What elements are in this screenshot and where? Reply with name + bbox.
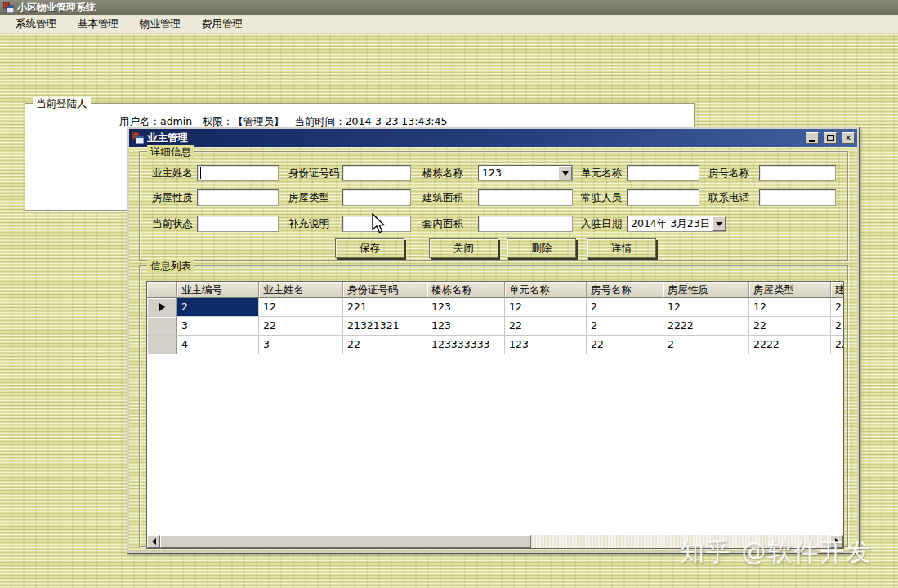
maximize-button[interactable] xyxy=(824,132,837,144)
grid-cell[interactable]: 3 xyxy=(259,336,343,354)
mouse-cursor-icon xyxy=(372,213,387,235)
dialog-form-icon xyxy=(132,132,144,144)
grid-cell[interactable]: 221 xyxy=(343,298,427,317)
building-name-label: 楼栋名称 xyxy=(422,165,463,181)
col-id-number[interactable]: 身份证号码 xyxy=(343,282,427,298)
resident-label: 常驻人员 xyxy=(581,189,622,206)
scrollbar-thumb[interactable] xyxy=(160,535,531,548)
menu-basic[interactable]: 基本管理 xyxy=(67,15,129,33)
grid-cell[interactable]: 2 xyxy=(663,336,749,354)
resident-input[interactable] xyxy=(627,189,699,206)
dialog-title: 业主管理 xyxy=(147,131,801,145)
grid-cell[interactable]: 2 xyxy=(587,298,663,317)
grid-cell[interactable]: 12 xyxy=(749,298,831,317)
grid-cell[interactable]: 2 xyxy=(831,298,844,317)
grid-cell[interactable]: 22 xyxy=(749,317,831,336)
move-in-date-label: 入驻日期 xyxy=(581,216,622,232)
grid-cell[interactable]: 123333333 xyxy=(427,336,505,354)
grid-cell[interactable]: 2 xyxy=(587,317,663,336)
unit-name-input[interactable] xyxy=(627,165,699,181)
row-selector[interactable] xyxy=(147,298,177,317)
grid-cell[interactable]: 22 xyxy=(587,336,663,354)
grid-cell[interactable]: 12 xyxy=(663,298,749,317)
close-form-button[interactable]: 关闭 xyxy=(429,238,498,258)
room-number-input[interactable] xyxy=(759,165,836,181)
app-icon xyxy=(3,2,14,13)
grid-cell[interactable]: 3 xyxy=(177,317,259,336)
menu-fee[interactable]: 费用管理 xyxy=(191,15,253,33)
chevron-down-icon xyxy=(562,172,569,176)
grid-cell[interactable]: 123 xyxy=(427,317,505,336)
menu-system[interactable]: 系统管理 xyxy=(5,15,67,33)
table-row: 3 22 21321321 123 22 2 2222 22 2 xyxy=(147,317,843,336)
grid-cell[interactable]: 22 xyxy=(505,317,587,336)
grid-cell[interactable]: 4 xyxy=(177,336,259,354)
build-area-input[interactable] xyxy=(478,189,573,206)
grid-cell[interactable]: 21321321 xyxy=(343,317,427,336)
text-caret xyxy=(200,167,201,179)
grid-cell[interactable]: 22 xyxy=(831,336,844,354)
close-button[interactable]: × xyxy=(842,132,855,144)
table-row: 2 12 221 123 12 2 12 12 2 xyxy=(147,298,843,317)
owner-name-label: 业主姓名 xyxy=(152,165,193,181)
grid-cell[interactable]: 2222 xyxy=(749,336,831,354)
col-type[interactable]: 房屋类型 xyxy=(749,282,831,298)
grid-cell[interactable]: 2 xyxy=(831,317,844,336)
current-status-input[interactable] xyxy=(197,216,279,232)
build-area-label: 建筑面积 xyxy=(422,189,463,206)
col-owner-name[interactable]: 业主姓名 xyxy=(259,282,343,298)
col-unit[interactable]: 单元名称 xyxy=(505,282,587,298)
scroll-left-button[interactable] xyxy=(147,535,160,548)
col-owner-id[interactable]: 业主编号 xyxy=(177,282,259,298)
house-nature-input[interactable] xyxy=(197,189,279,206)
grid-cell[interactable]: 2222 xyxy=(663,317,749,336)
house-type-input[interactable] xyxy=(342,189,411,206)
col-nature[interactable]: 房屋性质 xyxy=(663,282,749,298)
move-in-date-picker[interactable]: 2014年 3月23日 xyxy=(627,216,726,232)
minimize-button[interactable] xyxy=(806,132,819,144)
unit-name-label: 单元名称 xyxy=(581,165,622,181)
owner-name-input[interactable] xyxy=(197,165,279,181)
main-titlebar: 小区物业管理系统 xyxy=(0,0,898,15)
building-name-combo[interactable]: 123 xyxy=(478,165,573,181)
col-building[interactable]: 楼栋名称 xyxy=(427,282,505,298)
list-group-label: 信息列表 xyxy=(147,260,194,272)
grid-cell[interactable]: 123 xyxy=(505,336,587,354)
col-room[interactable]: 房号名称 xyxy=(587,282,663,298)
dialog-titlebar[interactable]: 业主管理 × xyxy=(129,129,857,147)
mdi-desktop: 当前登陆人 用户名：admin 权限：【管理员】 当前时间：2014-3-23 … xyxy=(0,34,898,588)
date-dropdown-button[interactable] xyxy=(712,216,726,231)
grid-cell[interactable]: 22 xyxy=(259,317,343,336)
house-type-label: 房屋类型 xyxy=(288,189,329,206)
phone-input[interactable] xyxy=(759,189,836,206)
id-number-label: 身份证号码 xyxy=(288,165,340,181)
save-button[interactable]: 保存 xyxy=(335,238,404,258)
dialog-client-area: 详细信息 业主姓名 身份证号码 楼栋名称 123 单元名称 房号名称 房屋性质 … xyxy=(129,147,857,551)
inner-area-input[interactable] xyxy=(478,216,573,232)
menu-property[interactable]: 物业管理 xyxy=(129,15,191,33)
row-selector[interactable] xyxy=(147,317,177,336)
minimize-icon xyxy=(809,140,815,142)
detail-button[interactable]: 详情 xyxy=(587,238,656,258)
remark-label: 补充说明 xyxy=(288,216,329,232)
room-number-label: 房号名称 xyxy=(708,165,749,181)
grid-corner-cell[interactable] xyxy=(147,282,177,298)
col-area-truncated[interactable]: 建 xyxy=(831,282,844,298)
row-selector[interactable] xyxy=(147,336,177,354)
info-list-group: 信息列表 业主编号 业主姓名 身份证号码 楼栋名称 单元名称 房号名称 房屋性质… xyxy=(139,265,848,547)
inner-area-label: 套内面积 xyxy=(422,216,463,232)
grid-cell[interactable]: 12 xyxy=(259,298,343,317)
grid-cell[interactable]: 22 xyxy=(343,336,427,354)
date-picker-value: 2014年 3月23日 xyxy=(628,216,712,231)
current-status-label: 当前状态 xyxy=(152,216,193,232)
id-number-input[interactable] xyxy=(342,165,411,181)
maximize-icon xyxy=(827,135,834,141)
grid-cell[interactable]: 123 xyxy=(427,298,505,317)
grid-cell-selected[interactable]: 2 xyxy=(177,298,259,317)
combo-dropdown-button[interactable] xyxy=(558,166,572,180)
delete-button[interactable]: 删除 xyxy=(507,238,576,258)
watermark-text: 知乎 @软件开发 xyxy=(680,536,873,569)
current-row-arrow-icon xyxy=(159,303,165,311)
grid-cell[interactable]: 12 xyxy=(505,298,587,317)
main-window-title: 小区物业管理系统 xyxy=(17,1,96,15)
